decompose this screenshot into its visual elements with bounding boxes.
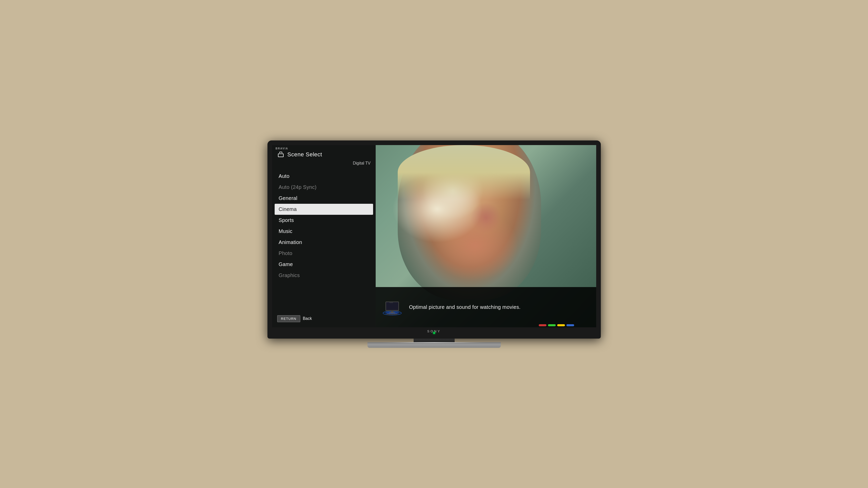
- menu-item-graphics[interactable]: Graphics: [275, 270, 373, 281]
- menu-item-auto--24p-sync-[interactable]: Auto (24p Sync): [275, 182, 373, 193]
- scene-select-icon: [277, 152, 284, 157]
- return-button[interactable]: RETURN: [277, 315, 300, 322]
- menu-items: AutoAuto (24p Sync)GeneralCinemaSportsMu…: [272, 171, 376, 315]
- hair-area: [398, 145, 530, 200]
- menu-subtitle: Digital TV: [272, 161, 376, 171]
- info-description: Optimal picture and sound for watching m…: [409, 304, 521, 310]
- power-led: [433, 332, 435, 334]
- svg-rect-14: [387, 314, 389, 314]
- svg-rect-17: [392, 314, 394, 314]
- svg-point-9: [392, 302, 392, 303]
- menu-title: Scene Select: [287, 151, 322, 158]
- menu-item-general[interactable]: General: [275, 193, 373, 204]
- svg-rect-15: [389, 314, 390, 314]
- svg-point-8: [391, 302, 392, 303]
- green-button: [548, 324, 556, 326]
- svg-rect-12: [390, 313, 395, 313]
- tv-stand: [368, 338, 501, 348]
- menu-item-game[interactable]: Game: [275, 259, 373, 270]
- svg-rect-5: [386, 302, 398, 310]
- svg-rect-18: [394, 314, 395, 314]
- content-panel: Optimal picture and sound for watching m…: [376, 145, 596, 327]
- menu-item-music[interactable]: Music: [275, 226, 373, 237]
- tv-frame: BRAVIA Scene Select Digital TV AutoAuto …: [268, 140, 601, 338]
- yellow-button: [557, 324, 565, 326]
- menu-item-animation[interactable]: Animation: [275, 237, 373, 248]
- svg-point-10: [393, 302, 393, 303]
- menu-header: Scene Select: [272, 151, 376, 160]
- svg-point-6: [390, 302, 390, 303]
- tv-screen: BRAVIA Scene Select Digital TV AutoAuto …: [272, 145, 596, 327]
- cinema-icon: [381, 298, 403, 317]
- info-bar: Optimal picture and sound for watching m…: [376, 287, 596, 327]
- svg-rect-16: [391, 314, 392, 314]
- menu-item-sports[interactable]: Sports: [275, 215, 373, 226]
- menu-panel: Scene Select Digital TV AutoAuto (24p Sy…: [272, 145, 376, 327]
- menu-footer: RETURN Back: [272, 315, 376, 322]
- menu-item-auto[interactable]: Auto: [275, 171, 373, 182]
- bravia-logo: BRAVIA: [276, 147, 288, 150]
- svg-rect-11: [391, 311, 393, 313]
- svg-rect-19: [396, 314, 397, 314]
- svg-point-7: [390, 302, 391, 303]
- back-label: Back: [303, 316, 312, 321]
- cinema-icon-wrapper: [381, 295, 404, 319]
- blue-button: [566, 324, 574, 326]
- menu-item-cinema[interactable]: Cinema: [275, 204, 373, 215]
- red-button: [539, 324, 547, 326]
- stand-neck: [414, 338, 455, 342]
- tv-outer: BRAVIA Scene Select Digital TV AutoAuto …: [268, 140, 601, 348]
- tv-bottom-bar: SONY: [272, 327, 596, 335]
- color-buttons: [539, 323, 574, 327]
- menu-item-photo[interactable]: Photo: [275, 248, 373, 259]
- stand-base: [368, 342, 501, 348]
